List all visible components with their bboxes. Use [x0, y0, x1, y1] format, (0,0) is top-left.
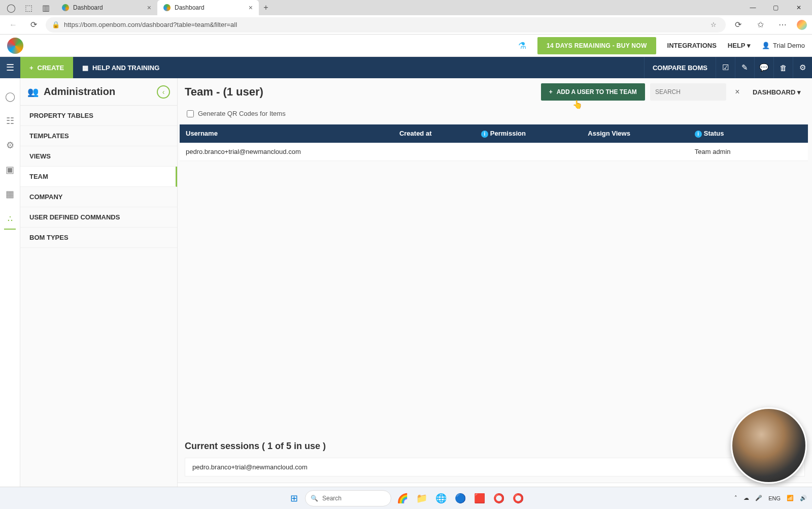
page-title: Team - (1 user) — [185, 85, 536, 99]
col-status[interactable]: iStatus — [689, 124, 808, 143]
profile-icon[interactable]: ◯ — [7, 4, 15, 12]
back-button[interactable]: ← — [5, 17, 21, 33]
back-circle-icon[interactable]: ‹ — [157, 85, 170, 99]
plus-icon: + — [29, 64, 33, 72]
edge-icon[interactable]: 🌐 — [433, 490, 449, 506]
main-toolbar: ☰ + CREATE ▦ HELP AND TRAINING COMPARE B… — [0, 57, 812, 78]
windows-taskbar: ⊞ 🔍 Search 🌈 📁 🌐 🔵 🟥 ⭕ ⭕ ˄ ☁ 🎤 ENG 📶 🔊 — [0, 487, 812, 509]
search-input[interactable] — [650, 83, 726, 101]
favicon-icon — [163, 4, 171, 11]
info-icon: i — [481, 131, 488, 138]
url-text: https://bom.openbom.com/dashboard?table=… — [64, 21, 706, 28]
info-icon: i — [695, 131, 702, 138]
minimize-button[interactable]: — — [741, 0, 764, 15]
new-tab-button[interactable]: + — [259, 0, 273, 15]
browser-tab[interactable]: Dashboard × — [157, 0, 259, 15]
app-logo[interactable] — [7, 38, 23, 54]
close-icon[interactable]: × — [249, 4, 253, 12]
edit-icon[interactable]: ✎ — [735, 57, 754, 78]
taskbar-search[interactable]: 🔍 Search — [305, 490, 391, 506]
compare-boms-button[interactable]: COMPARE BOMS — [644, 57, 716, 78]
rail-folder-icon[interactable]: ▣ — [0, 157, 20, 182]
cell-username: pedro.branco+trial@newmancloud.com — [180, 143, 393, 161]
system-tray[interactable]: ˄ ☁ 🎤 ENG 📶 🔊 — [734, 495, 807, 501]
plus-icon: + — [549, 88, 553, 96]
workspace-icon[interactable]: ⬚ — [24, 4, 32, 12]
rail-admin-icon[interactable]: ⛬ — [0, 206, 20, 231]
people-icon: 👥 — [27, 86, 39, 98]
rail-catalog-icon[interactable]: ◯ — [0, 84, 20, 109]
icon-rail: ◯ ☷ ⚙ ▣ ▦ ⛬ — [0, 78, 20, 497]
delete-icon[interactable]: 🗑 — [773, 57, 793, 78]
volume-icon[interactable]: 🔊 — [800, 495, 807, 501]
lab-icon[interactable]: ⚗ — [518, 40, 526, 51]
extensions-icon[interactable]: ⟳ — [730, 17, 746, 33]
explorer-icon[interactable]: 📁 — [414, 490, 430, 506]
help-dropdown[interactable]: HELP ▾ — [728, 42, 751, 49]
start-button[interactable]: ⊞ — [286, 490, 302, 506]
col-assign[interactable]: Assign Views — [582, 124, 688, 143]
menu-icon[interactable]: ⋯ — [774, 17, 791, 33]
tab-title: Dashboard — [73, 4, 103, 11]
table-header-row: Username Created at iPermission Assign V… — [180, 124, 808, 143]
cell-created — [393, 143, 475, 161]
lang-indicator[interactable]: ENG — [768, 495, 781, 501]
sidebar-item-property-tables[interactable]: PROPERTY TABLES — [20, 106, 177, 126]
app-icon-3[interactable]: ⭕ — [510, 490, 526, 506]
webcam-overlay — [731, 407, 807, 484]
content-area: Team - (1 user) + ADD A USER TO THE TEAM… — [178, 78, 812, 497]
sidebar-item-templates[interactable]: TEMPLATES — [20, 126, 177, 146]
mic-icon[interactable]: 🎤 — [755, 495, 762, 501]
app-icon-2[interactable]: ⭕ — [491, 490, 507, 506]
integrations-link[interactable]: INTEGRATIONS — [667, 42, 717, 49]
sidebar-item-bom-types[interactable]: BOM TYPES — [20, 228, 177, 248]
qr-checkbox[interactable] — [187, 110, 194, 117]
sidebar-item-company[interactable]: COMPANY — [20, 187, 177, 207]
col-username[interactable]: Username — [180, 124, 393, 143]
check-icon[interactable]: ☑ — [716, 57, 735, 78]
rail-list-icon[interactable]: ☷ — [0, 109, 20, 133]
sidebar-item-views[interactable]: VIEWS — [20, 146, 177, 167]
favorites-icon[interactable]: ✩ — [752, 17, 768, 33]
search-icon: 🔍 — [311, 495, 318, 502]
app-icon[interactable]: 🟥 — [471, 490, 488, 506]
comment-icon[interactable]: 💬 — [754, 57, 773, 78]
sidebar-item-udc[interactable]: USER DEFINED COMMANDS — [20, 207, 177, 228]
col-created[interactable]: Created at — [393, 124, 475, 143]
add-user-button[interactable]: + ADD A USER TO THE TEAM — [541, 83, 645, 101]
help-training-button[interactable]: ▦ HELP AND TRAINING — [73, 64, 168, 72]
close-icon[interactable]: × — [147, 4, 151, 12]
session-user: pedro.branco+trial@newmancloud.com — [192, 463, 308, 471]
cloud-icon[interactable]: ☁ — [743, 495, 749, 501]
sidebar: 👥 Administration ‹ PROPERTY TABLES TEMPL… — [20, 78, 178, 497]
star-icon[interactable]: ☆ — [710, 21, 717, 28]
user-chip[interactable]: 👤 Trial Demo — [762, 42, 805, 49]
create-button[interactable]: + CREATE — [20, 57, 73, 78]
address-bar: ← ⟳ 🔒 https://bom.openbom.com/dashboard?… — [0, 15, 812, 35]
reload-button[interactable]: ⟳ — [25, 17, 42, 33]
trial-buy-button[interactable]: 14 DAYS REMAINING - BUY NOW — [537, 37, 656, 54]
tab-title: Dashboard — [175, 4, 205, 11]
settings-icon[interactable]: ⚙ — [793, 57, 812, 78]
chrome-icon[interactable]: 🔵 — [452, 490, 468, 506]
browser-tab[interactable]: Dashboard × — [56, 0, 157, 15]
col-permission[interactable]: iPermission — [475, 124, 582, 143]
copilot-icon[interactable]: 🌈 — [394, 490, 411, 506]
sidebar-toggle-icon[interactable]: ▥ — [42, 4, 50, 12]
dashboard-dropdown[interactable]: DASHBOARD ▾ — [749, 88, 805, 96]
favicon-icon — [62, 4, 69, 11]
sessions-section: Current sessions ( 1 of 5 in use ) pedro… — [178, 432, 812, 483]
wifi-icon[interactable]: 📶 — [787, 495, 794, 501]
browser-profile-icon[interactable] — [797, 20, 807, 30]
app-header: ⚗ 14 DAYS REMAINING - BUY NOW INTEGRATIO… — [0, 35, 812, 57]
sidebar-item-team[interactable]: TEAM — [20, 167, 177, 187]
close-window-button[interactable]: ✕ — [787, 0, 810, 15]
url-input[interactable]: 🔒 https://bom.openbom.com/dashboard?tabl… — [46, 17, 726, 33]
clear-search-icon[interactable]: × — [731, 87, 743, 97]
chevron-up-icon[interactable]: ˄ — [734, 495, 737, 501]
menu-toggle[interactable]: ☰ — [0, 57, 20, 78]
maximize-button[interactable]: ▢ — [764, 0, 787, 15]
table-row[interactable]: pedro.branco+trial@newmancloud.com Team … — [180, 143, 808, 161]
rail-gear-icon[interactable]: ⚙ — [0, 133, 20, 157]
rail-table-icon[interactable]: ▦ — [0, 182, 20, 206]
